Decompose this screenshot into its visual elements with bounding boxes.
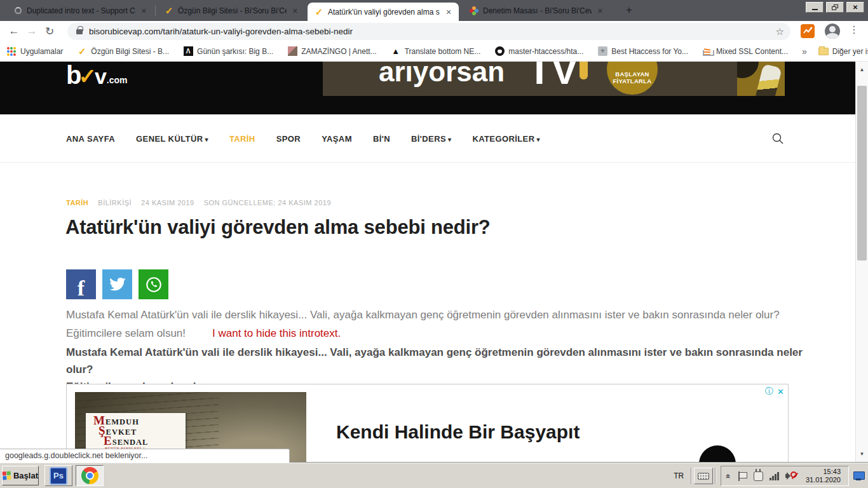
tab-close-icon[interactable]: ✕ xyxy=(444,7,454,17)
hidden-icons-chevron[interactable]: « xyxy=(724,473,733,478)
reload-button[interactable]: ↻ xyxy=(41,25,58,38)
nav-biders[interactable]: Bİ'DERS▾ xyxy=(411,134,451,144)
network-signal-icon[interactable] xyxy=(770,471,779,480)
chevron-down-icon: ▾ xyxy=(448,136,451,143)
tab-close-icon[interactable]: ✕ xyxy=(595,6,606,16)
publish-date: 24 KASIM 2019 xyxy=(141,199,194,207)
twitter-bird-icon xyxy=(109,277,126,292)
folder-icon xyxy=(818,46,829,57)
category-badge[interactable]: TARİH xyxy=(66,199,88,207)
start-button[interactable]: Başlat xyxy=(2,466,39,485)
bookmark-htaccess-github[interactable]: master-htaccess/hta... xyxy=(494,46,583,57)
bookmark-ozgun-bilgi[interactable]: ✓ Özgün Bilgi Sitesi - B... xyxy=(77,46,169,57)
check-favicon: ✓ xyxy=(77,46,87,57)
minimize-button[interactable] xyxy=(806,2,824,13)
stackoverflow-icon xyxy=(702,46,712,57)
new-tab-button[interactable]: + xyxy=(621,3,637,18)
ad-close-icon[interactable]: ✕ xyxy=(777,387,784,396)
updated-date: SON GÜNCELLEME: 24 KASIM 2019 xyxy=(204,199,331,207)
banner-gold-mark xyxy=(580,62,588,79)
tab-separator xyxy=(155,6,156,16)
intro-text: Mustafa Kemal Atatürk'ün vali ile dersli… xyxy=(66,306,816,342)
bookmarks-bar: Uygulamalar ✓ Özgün Bilgi Sitesi - B... … xyxy=(0,41,868,62)
site-navbar: ANA SAYFA GENEL KÜLTÜR▾ TARİH SPOR YAŞAM… xyxy=(0,114,855,163)
site-header: b✓v.com ’ arıyorsan TV BAŞLAYAN FİYATLAR… xyxy=(0,62,855,114)
extension-icon[interactable] xyxy=(801,24,815,38)
check-favicon: ✓ xyxy=(314,7,324,17)
tray-separator xyxy=(715,468,716,484)
date: 31.01.2020 xyxy=(806,476,841,484)
scrollbar-thumb[interactable] xyxy=(857,86,867,261)
tab-title: Denetim Masası - Bi'Soru Bi'Ceva xyxy=(483,6,592,15)
keyboard-layout-button[interactable] xyxy=(694,468,713,484)
close-button[interactable]: ✕ xyxy=(846,2,864,13)
facebook-share-button[interactable]: f xyxy=(66,269,96,299)
tab-denetim-masasi[interactable]: Denetim Masası - Bi'Soru Bi'Ceva ✕ xyxy=(463,0,610,21)
adchoices-info-icon[interactable]: ⓘ xyxy=(765,386,773,397)
triangle-icon: ▲ xyxy=(391,46,401,57)
nav-tarih[interactable]: TARİH xyxy=(229,134,255,144)
show-desktop-icon[interactable] xyxy=(853,470,865,482)
action-center-flag-icon[interactable] xyxy=(737,471,747,481)
apps-shortcut[interactable]: Uygulamalar xyxy=(6,46,63,57)
photo-icon xyxy=(287,46,297,57)
bookmark-best-htaccess[interactable]: ✳ Best Htaccess for Yo... xyxy=(597,46,688,57)
muted-speaker-icon[interactable] xyxy=(785,471,797,481)
tab-close-icon[interactable]: ✕ xyxy=(139,6,149,16)
bookmark-star-icon[interactable]: ☆ xyxy=(776,26,784,37)
tab-ozgun-bilgi-sitesi[interactable]: ✓ Özgün Bilgi Sitesi - Bi'Soru Bi'Cev ✕ xyxy=(158,0,305,21)
site-logo[interactable]: b✓v.com xyxy=(66,64,128,86)
banner-player-image xyxy=(737,62,785,96)
bookmark-zamazingo[interactable]: ZAMAZİNGO | Anett... xyxy=(287,46,376,57)
search-icon[interactable] xyxy=(771,132,784,145)
clock[interactable]: 15:43 31.01.2020 xyxy=(803,468,843,484)
loading-globe-icon xyxy=(13,6,23,16)
tab-title: Duplicated intro text - Support Cen xyxy=(27,6,135,15)
bookmark-mixed-ssl[interactable]: Mixed SSL Content... xyxy=(702,46,788,57)
other-bookmarks-folder[interactable]: Diğer yer işaretleri xyxy=(818,46,868,57)
bookmarks-overflow-chevron[interactable]: » xyxy=(802,46,807,57)
browser-tab-strip: Duplicated intro text - Support Cen ✕ ✓ … xyxy=(0,0,868,21)
photoshop-taskbar-button[interactable]: Ps xyxy=(44,465,72,486)
bookmark-gunun-sarkisi[interactable]: Λ Günün şarkısı: Big B... xyxy=(183,46,273,57)
power-plug-icon[interactable] xyxy=(754,471,763,481)
https-lock-icon[interactable] xyxy=(76,29,83,34)
window-controls: ✕ xyxy=(806,2,864,13)
nav-spor[interactable]: SPOR xyxy=(276,134,301,144)
back-button[interactable]: ← xyxy=(5,25,23,37)
twitter-share-button[interactable] xyxy=(102,269,132,299)
banner-headline: arıyorsan xyxy=(379,62,505,88)
tab-duplicated-intro-text[interactable]: Duplicated intro text - Support Cen ✕ xyxy=(6,0,154,21)
nav-genel-kultur[interactable]: GENEL KÜLTÜR▾ xyxy=(136,134,208,144)
bookmark-translate[interactable]: ▲ Translate bottom NE... xyxy=(391,46,481,57)
nav-ana-sayfa[interactable]: ANA SAYFA xyxy=(66,134,115,144)
tab-ataturk-article-active[interactable]: ✓ Atatürk'ün valiyi görevden alma se ✕ xyxy=(308,3,459,21)
ad-headline: Kendi Halinde Bir Başyapıt xyxy=(336,421,580,443)
scroll-down-arrow[interactable]: ▼ xyxy=(856,446,868,463)
page-scrollbar[interactable]: ▲ ▼ xyxy=(855,62,868,463)
ad-logo-circle xyxy=(699,445,736,463)
nav-yasam[interactable]: YAŞAM xyxy=(322,134,352,144)
check-favicon: ✓ xyxy=(164,6,174,16)
language-indicator[interactable]: TR xyxy=(668,471,689,480)
tab-title: Atatürk'ün valiyi görevden alma se xyxy=(328,8,440,17)
gray-site-icon: ✳ xyxy=(597,46,607,57)
nav-bin[interactable]: Bİ'N xyxy=(373,134,390,144)
annotation-text: I want to hide this introtext. xyxy=(212,327,341,339)
chrome-taskbar-button[interactable] xyxy=(76,465,104,486)
chrome-menu-icon[interactable]: ⋮ xyxy=(848,24,860,36)
chrome-icon xyxy=(81,467,98,484)
url-text[interactable]: bisorubicevap.com/tarih/ataturk-un-valiy… xyxy=(89,27,776,36)
nav-kategoriler[interactable]: KATEGORİLER▾ xyxy=(472,134,539,144)
scroll-up-arrow[interactable]: ▲ xyxy=(856,62,868,78)
profile-avatar[interactable] xyxy=(825,24,840,39)
whatsapp-share-button[interactable] xyxy=(139,269,168,299)
restore-button[interactable] xyxy=(826,2,844,13)
facebook-icon: f xyxy=(78,276,85,301)
tab-close-icon[interactable]: ✕ xyxy=(290,6,301,16)
header-ad-banner[interactable]: ’ arıyorsan TV BAŞLAYAN FİYATLARLA xyxy=(323,62,785,96)
status-bubble: googleads.g.doubleclick.net bekleniyor..… xyxy=(0,449,290,463)
address-bar[interactable]: bisorubicevap.com/tarih/ataturk-un-valiy… xyxy=(67,23,790,40)
article-meta: TARİH BİLİRKİŞİ 24 KASIM 2019 SON GÜNCEL… xyxy=(66,199,331,207)
forward-button[interactable]: → xyxy=(23,25,41,37)
